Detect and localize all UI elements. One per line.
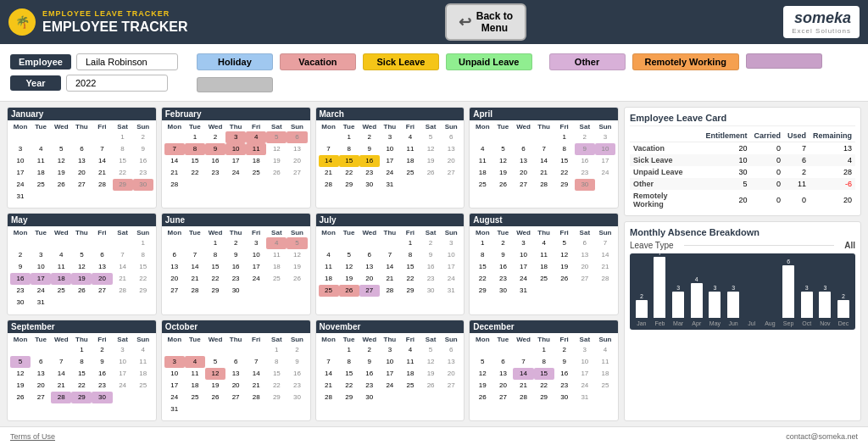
filter-value[interactable]: All	[844, 241, 855, 250]
carried-cell: 0	[750, 178, 784, 190]
remaining-cell: 4	[810, 154, 855, 166]
legend-unpaid: Unpaid Leave	[446, 53, 532, 70]
bar-value-label: 3	[676, 285, 680, 291]
leave-type-cell: Other	[630, 178, 702, 190]
bar-month-label: Jul	[748, 320, 755, 326]
year-value[interactable]: 2022	[66, 75, 168, 92]
remaining-cell: 28	[810, 166, 855, 178]
carried-cell: 0	[750, 190, 784, 210]
calendar-november: November MonTueWedThuFriSatSun 123456 78…	[315, 320, 465, 421]
bar-col: 3 May	[709, 285, 721, 326]
entitlement-cell: 5	[702, 178, 750, 190]
logo: someka Excel Solutions	[783, 6, 860, 38]
bar-value-label: 4	[695, 276, 698, 282]
bar-col: 3 Jun	[727, 285, 739, 326]
legend-other: Other	[549, 53, 626, 70]
calendar-august: August MonTueWedThuFriSatSun 1234567 891…	[469, 213, 619, 314]
cal-feb-header: February	[162, 108, 310, 120]
bar-value-label: 3	[732, 285, 735, 291]
footer: Terms of Use contact@someka.net	[0, 426, 868, 445]
col-remaining: Remaining	[810, 130, 855, 142]
legend-area: Holiday Vacation Sick Leave Unpaid Leave…	[197, 53, 858, 92]
entitlement-cell: 20	[702, 142, 750, 155]
carried-cell: 0	[750, 154, 784, 166]
carried-cell: 0	[750, 142, 784, 155]
bar-month-label: Jun	[728, 320, 737, 326]
leave-table: Entitlement Carried Used Remaining Vacat…	[630, 130, 855, 210]
calendar-june: June MonTueWedThuFriSatSun 12345 6789101…	[161, 213, 311, 314]
entitlement-cell: 30	[702, 166, 750, 178]
back-btn-label: Back toMenu	[476, 10, 513, 34]
brand-icon: 🌴	[8, 8, 36, 36]
bar-col: Aug	[764, 317, 776, 326]
legend-extra1-box	[746, 53, 822, 69]
cal-dec-header: December	[470, 320, 618, 333]
bar-rect	[782, 265, 794, 318]
controls-bar: Employee Laila Robinson Year 2022 Holida…	[0, 44, 868, 102]
bar-value-label: 3	[805, 285, 809, 291]
bar-col: 4 Apr	[691, 276, 703, 326]
leave-table-row: Unpaid Leave 30 0 2 28	[630, 166, 855, 178]
bar-month-label: Mar	[673, 320, 683, 326]
legend-vacation: Vacation	[280, 53, 356, 70]
cal-oct-header: October	[162, 320, 310, 333]
col-entitlement: Entitlement	[702, 130, 750, 142]
cal-sep-grid: MonTueWedThuFriSatSun 1234 567891011 121…	[10, 335, 153, 403]
app-subtitle: EMPLOYEE LEAVE TRACKER	[42, 9, 188, 18]
bar-rect	[819, 292, 831, 318]
header-brand: 🌴 EMPLOYEE LEAVE TRACKER EMPLOYEE TRACKE…	[8, 8, 188, 36]
bar-col: 2 Jan	[636, 293, 648, 326]
col-used: Used	[784, 130, 810, 142]
app-title: EMPLOYEE TRACKER	[42, 19, 188, 35]
employee-label: Employee	[10, 54, 71, 70]
legend-holiday: Holiday	[197, 53, 273, 70]
bar-chart-area: 2 Jan 7 Feb 3 Mar 4 Apr 3 May 3 Jun Jul	[630, 253, 855, 330]
bar-month-label: Jan	[637, 320, 646, 326]
calendar-january: January MonTueWedThuFriSatSun 12 3456789…	[7, 107, 157, 209]
terms-link[interactable]: Terms of Use	[10, 432, 55, 441]
calendar-april: April MonTueWedThuFriSatSun 123 45678910…	[469, 107, 619, 209]
calendar-december: December MonTueWedThuFriSatSun 1234 5678…	[469, 320, 619, 421]
calendar-february: February MonTueWedThuFriSatSun 123456 78…	[161, 107, 311, 209]
bar-month-label: Oct	[802, 320, 811, 326]
cal-aug-grid: MonTueWedThuFriSatSun 1234567 8910111213…	[472, 228, 615, 297]
bar-col: 6 Sep	[782, 259, 794, 326]
back-to-menu-button[interactable]: ↩ Back toMenu	[445, 3, 526, 41]
leave-type-cell: Unpaid Leave	[630, 166, 702, 178]
legend-extra2-box	[197, 77, 273, 92]
logo-text: someka	[794, 9, 851, 27]
calendar-september: September MonTueWedThuFriSatSun 1234 567…	[7, 320, 157, 421]
absence-title: Monthly Absence Breakdown	[630, 227, 855, 237]
bar-rect	[654, 257, 665, 318]
header-titles: EMPLOYEE LEAVE TRACKER EMPLOYEE TRACKER	[42, 9, 188, 35]
bar-rect	[801, 292, 813, 318]
back-arrow-icon: ↩	[459, 13, 471, 31]
cal-apr-grid: MonTueWedThuFriSatSun 123 45678910 11121…	[472, 122, 615, 191]
contact-info: contact@someka.net	[786, 432, 858, 441]
year-row: Year 2022	[10, 75, 178, 92]
cal-may-grid: MonTueWedThuFriSatSun 1 2345678 91011121…	[10, 228, 153, 309]
chart-bars: 2 Jan 7 Feb 3 Mar 4 Apr 3 May 3 Jun Jul	[633, 259, 852, 326]
cal-may-header: May	[8, 214, 156, 226]
leave-type-cell: Vacation	[630, 142, 702, 155]
bar-rect	[636, 300, 648, 318]
cal-nov-header: November	[316, 320, 465, 333]
bar-value-label: 3	[823, 285, 826, 291]
leave-table-row: Vacation 20 0 7 13	[630, 142, 855, 155]
employee-value[interactable]: Laila Robinson	[76, 53, 178, 70]
cal-oct-grid: MonTueWedThuFriSatSun 12 3456789 1011121…	[164, 335, 308, 415]
leave-table-row: Other 5 0 11 -6	[630, 178, 855, 190]
legend-sick: Sick Leave	[363, 53, 439, 70]
calendar-grid: January MonTueWedThuFriSatSun 12 3456789…	[7, 107, 619, 421]
bar-value-label: 2	[842, 293, 845, 299]
col-carried: Carried	[750, 130, 784, 142]
cal-jul-grid: MonTueWedThuFriSatSun 123 45678910 11121…	[319, 228, 462, 297]
legend-other-box: Other	[549, 53, 626, 70]
used-cell: 11	[784, 178, 810, 190]
logo-sub: Excel Solutions	[792, 27, 851, 35]
leave-card-title: Employee Leave Card	[630, 113, 855, 126]
main-area: January MonTueWedThuFriSatSun 12 3456789…	[0, 102, 868, 426]
used-cell: 2	[784, 166, 810, 178]
entitlement-cell: 20	[702, 190, 750, 210]
cal-mar-header: March	[316, 108, 465, 120]
